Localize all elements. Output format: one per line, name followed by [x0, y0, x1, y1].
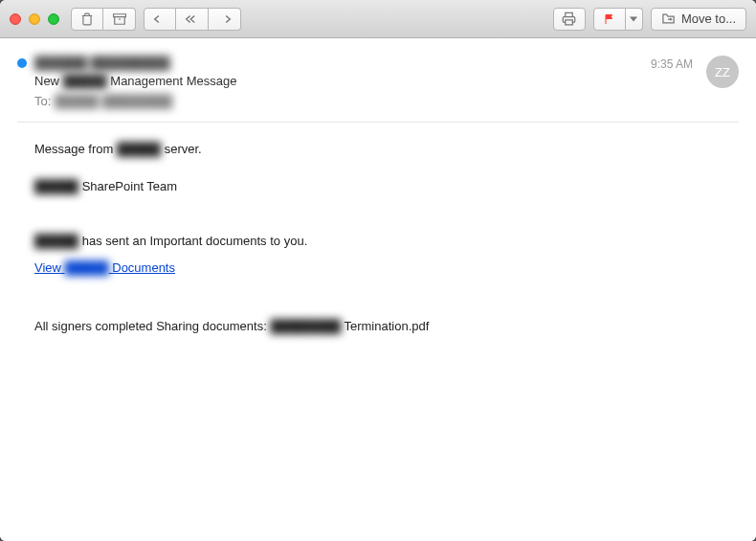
move-folder-icon — [661, 12, 676, 25]
avatar-initials: ZZ — [715, 65, 730, 79]
titlebar: Move to... — [0, 0, 756, 38]
body-text: Termination.pdf — [341, 319, 429, 333]
link-text: View — [34, 260, 65, 275]
body-line-2: █████ SharePoint Team — [34, 177, 722, 197]
body-link-line: View █████ Documents — [34, 259, 722, 279]
reply-all-icon — [185, 13, 200, 25]
body-text: All signers completed Sharing documents: — [34, 319, 270, 333]
trash-icon — [80, 12, 94, 26]
printer-icon — [562, 11, 576, 26]
subject-suffix: Management Message — [107, 74, 237, 88]
flag-button[interactable] — [593, 8, 626, 31]
body-line-1: Message from █████ server. — [34, 140, 722, 160]
unread-indicator-icon — [17, 58, 27, 68]
body-line-3: █████ has sent an Important documents to… — [34, 232, 722, 252]
sender-row: ██████ █████████ — [17, 56, 739, 70]
body-text: has sent an Important documents to you. — [78, 234, 307, 248]
body-text: SharePoint Team — [78, 179, 177, 193]
minimize-window-button[interactable] — [29, 13, 40, 25]
message-content: ██████ █████████ New █████ Management Me… — [0, 38, 756, 541]
avatar[interactable]: ZZ — [706, 56, 739, 88]
link-redacted: █████ — [65, 259, 109, 279]
reply-icon — [153, 13, 167, 25]
delete-button[interactable] — [71, 8, 103, 31]
link-text: Documents — [109, 260, 175, 275]
flag-dropdown-button[interactable] — [626, 8, 643, 31]
reply-button[interactable] — [144, 8, 176, 31]
view-documents-link[interactable]: View █████ Documents — [34, 260, 175, 275]
flag-icon — [604, 12, 615, 26]
junk-button[interactable] — [103, 8, 136, 31]
flag-group — [593, 8, 643, 31]
mail-window: Move to... ██████ █████████ New █████ Ma… — [0, 0, 756, 541]
subject-redacted: █████ — [63, 74, 107, 88]
body-text: server. — [161, 142, 202, 156]
move-to-button[interactable]: Move to... — [651, 8, 746, 31]
delete-junk-group — [71, 8, 136, 31]
to-label: To: — [34, 94, 55, 108]
subject-line: New █████ Management Message — [34, 74, 739, 88]
message-body: Message from █████ server. █████ SharePo… — [17, 123, 739, 354]
body-redacted: ████████ — [270, 317, 341, 337]
body-line-4: All signers completed Sharing documents:… — [34, 317, 722, 337]
traffic-lights — [10, 13, 59, 25]
sender-name[interactable]: ██████ █████████ — [34, 56, 170, 70]
move-to-label: Move to... — [681, 11, 736, 26]
reply-group — [144, 8, 241, 31]
close-window-button[interactable] — [10, 13, 21, 25]
chevron-down-icon — [630, 16, 637, 22]
subject-prefix: New — [34, 74, 63, 88]
reply-all-button[interactable] — [176, 8, 209, 31]
archive-box-icon — [113, 12, 126, 26]
timestamp: 9:35 AM — [651, 57, 693, 71]
body-text: Message from — [34, 142, 117, 156]
print-button[interactable] — [553, 8, 586, 31]
forward-button[interactable] — [209, 8, 241, 31]
message-header: ██████ █████████ New █████ Management Me… — [17, 56, 739, 123]
forward-icon — [218, 13, 232, 25]
body-redacted: █████ — [117, 140, 161, 160]
zoom-window-button[interactable] — [48, 13, 59, 25]
body-redacted: █████ — [34, 232, 78, 252]
to-row: To: █████ ████████ — [34, 94, 739, 108]
to-recipient[interactable]: █████ ████████ — [55, 94, 172, 108]
body-redacted: █████ — [34, 177, 78, 197]
